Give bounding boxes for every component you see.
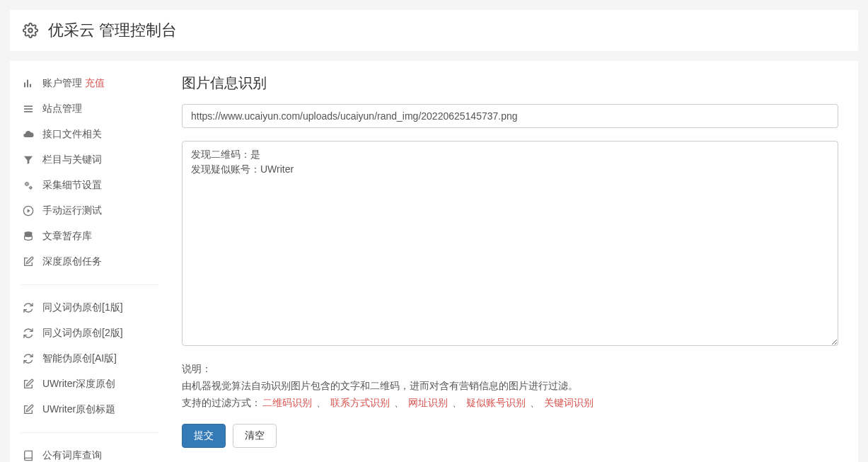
- filter-tag: 二维码识别: [261, 397, 313, 408]
- filter-tag: 关键词识别: [543, 397, 595, 408]
- sidebar-item[interactable]: 站点管理: [10, 96, 169, 122]
- desc-line1: 由机器视觉算法自动识别图片包含的文字和二维码，进而对含有营销信息的图片进行过滤。: [182, 378, 838, 395]
- refresh-icon: [23, 353, 34, 364]
- sidebar-item-label: UWriter深度原创: [42, 378, 115, 391]
- sidebar-item[interactable]: UWriter深度原创: [10, 371, 169, 397]
- sidebar-item[interactable]: 智能伪原创[AI版]: [10, 346, 169, 371]
- svg-point-8: [30, 187, 32, 189]
- filter-tag: 联系方式识别: [329, 397, 391, 408]
- page-title: 优采云 管理控制台: [48, 20, 177, 41]
- edit-icon: [23, 379, 34, 390]
- sidebar-item-label: UWriter原创标题: [42, 403, 115, 416]
- sidebar-item-label: 深度原创任务: [42, 255, 102, 268]
- sidebar-item[interactable]: 手动运行测试: [10, 198, 169, 224]
- refresh-icon: [23, 302, 34, 313]
- desc-filter-tags: 支持的过滤方式：二维码识别、联系方式识别、网址识别、疑似账号识别、关键词识别: [182, 395, 838, 412]
- result-output[interactable]: 发现二维码：是 发现疑似账号：UWriter: [182, 141, 838, 346]
- sidebar-nav: 账户管理充值站点管理接口文件相关栏目与关键词采集细节设置手动运行测试文章暂存库深…: [10, 61, 169, 462]
- content-panel: 图片信息识别 发现二维码：是 发现疑似账号：UWriter 说明： 由机器视觉算…: [169, 61, 858, 462]
- book-icon: [23, 450, 34, 461]
- svg-point-0: [28, 28, 33, 33]
- svg-rect-3: [30, 84, 31, 88]
- description-block: 说明： 由机器视觉算法自动识别图片包含的文字和二维码，进而对含有营销信息的图片进…: [182, 361, 838, 411]
- gear-icon: [23, 23, 38, 38]
- database-icon: [23, 231, 34, 242]
- list-icon: [23, 103, 34, 115]
- main-header: 优采云 管理控制台: [10, 10, 858, 51]
- sidebar-item[interactable]: UWriter原创标题: [10, 397, 169, 422]
- sidebar-item-label: 文章暂存库: [42, 230, 92, 243]
- filter-tag: 网址识别: [407, 397, 449, 408]
- content-title: 图片信息识别: [182, 74, 838, 93]
- svg-rect-4: [24, 105, 33, 107]
- svg-rect-1: [24, 83, 25, 88]
- sidebar-item[interactable]: 公有词库查询: [10, 443, 169, 462]
- sidebar-item[interactable]: 栏目与关键词: [10, 147, 169, 173]
- svg-rect-2: [27, 80, 28, 88]
- svg-point-7: [25, 183, 28, 185]
- cogs-icon: [23, 180, 34, 191]
- play-circle-icon: [23, 205, 34, 216]
- desc-label: 说明：: [182, 361, 838, 378]
- sidebar-item-label: 智能伪原创[AI版]: [42, 352, 117, 365]
- svg-rect-5: [24, 108, 33, 110]
- sidebar-item-label: 接口文件相关: [42, 128, 102, 141]
- cloud-icon: [23, 129, 34, 140]
- image-url-input[interactable]: [182, 104, 838, 128]
- sidebar-item-label: 手动运行测试: [42, 204, 102, 217]
- submit-button[interactable]: 提交: [182, 424, 226, 448]
- sidebar-item-label: 同义词伪原创[1版]: [42, 301, 123, 314]
- recharge-badge: 充值: [85, 77, 105, 90]
- filter-icon: [23, 154, 34, 166]
- sidebar-item-label: 公有词库查询: [42, 449, 102, 462]
- sidebar-item-label: 同义词伪原创[2版]: [42, 327, 123, 340]
- edit-icon: [23, 256, 34, 267]
- sidebar-item[interactable]: 采集细节设置: [10, 173, 169, 198]
- edit-icon: [23, 404, 34, 415]
- sidebar-item[interactable]: 同义词伪原创[2版]: [10, 320, 169, 346]
- sidebar-item-label: 账户管理: [42, 77, 82, 90]
- filter-tag: 疑似账号识别: [465, 397, 527, 408]
- sidebar-item[interactable]: 账户管理充值: [10, 71, 169, 96]
- sidebar-item-label: 站点管理: [42, 103, 82, 115]
- bar-chart-icon: [23, 78, 34, 89]
- sidebar-item[interactable]: 文章暂存库: [10, 224, 169, 249]
- sidebar-item-label: 栏目与关键词: [42, 154, 102, 166]
- sidebar-item-label: 采集细节设置: [42, 179, 102, 192]
- clear-button[interactable]: 清空: [233, 424, 277, 448]
- refresh-icon: [23, 328, 34, 339]
- sidebar-item[interactable]: 同义词伪原创[1版]: [10, 295, 169, 320]
- sidebar-item[interactable]: 深度原创任务: [10, 249, 169, 275]
- sidebar-item[interactable]: 接口文件相关: [10, 122, 169, 147]
- svg-rect-6: [24, 111, 33, 112]
